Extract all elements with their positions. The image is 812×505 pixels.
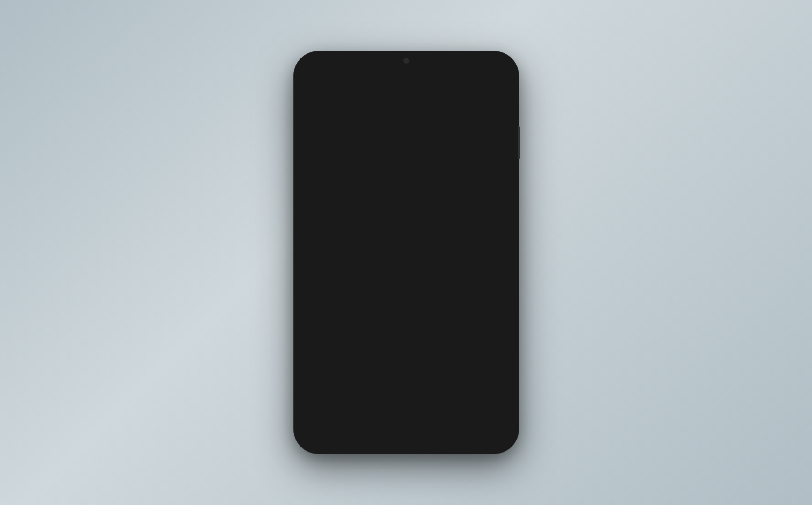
gas-icon: ⛽ — [411, 108, 419, 115]
takeout-icon: 🏠 — [313, 108, 321, 115]
groceries-label: Groceries — [461, 108, 487, 115]
svg-marker-28 — [492, 137, 500, 141]
search-bar[interactable]: Search Google Maps — [306, 75, 506, 99]
delivery-icon: 🛵 — [361, 108, 369, 115]
delivery-label: Delivery — [372, 108, 394, 115]
mic-icon — [470, 82, 479, 92]
delivery-chip[interactable]: 🛵 Delivery — [355, 104, 401, 119]
location-icon — [490, 422, 501, 433]
gas-label: Gas — [422, 108, 433, 115]
avatar-image — [485, 79, 501, 95]
chips-row: 🏠 Takeout 🛵 Delivery ⛽ Gas 🛒 Groceries — [306, 104, 513, 119]
search-placeholder: Search Google Maps — [329, 83, 464, 91]
groceries-icon: 🛒 — [450, 108, 458, 115]
svg-point-21 — [317, 84, 320, 87]
map-ui: Search Google Maps — [300, 57, 513, 448]
svg-point-26 — [490, 82, 496, 88]
phone-wrapper: Lake County 11.9 ↘ Altamonte Springs Osc… — [294, 51, 519, 454]
google-maps-logo — [312, 80, 325, 94]
location-button[interactable] — [485, 417, 506, 439]
svg-point-29 — [494, 426, 497, 430]
phone-screen: Lake County 11.9 ↘ Altamonte Springs Osc… — [300, 57, 513, 448]
groceries-chip[interactable]: 🛒 Groceries — [443, 104, 493, 119]
takeout-chip[interactable]: 🏠 Takeout — [306, 104, 351, 119]
svg-rect-22 — [473, 83, 475, 88]
layers-button[interactable] — [487, 131, 506, 151]
mic-button[interactable] — [468, 80, 481, 94]
layers-icon — [491, 136, 502, 146]
takeout-label: Takeout — [323, 108, 345, 115]
user-avatar[interactable] — [485, 79, 501, 95]
gas-chip[interactable]: ⛽ Gas — [404, 104, 439, 119]
